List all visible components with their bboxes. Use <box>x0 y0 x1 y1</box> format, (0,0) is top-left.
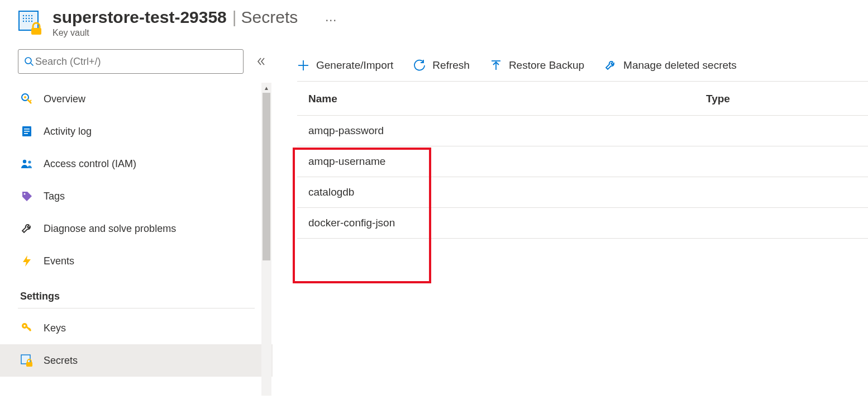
svg-point-10 <box>26 21 27 22</box>
sidebar-item-activity-log[interactable]: Activity log <box>18 115 259 148</box>
refresh-icon <box>413 59 426 72</box>
svg-point-11 <box>28 21 30 22</box>
svg-point-28 <box>23 325 26 327</box>
svg-point-26 <box>23 193 25 194</box>
secret-type <box>706 186 868 198</box>
secret-type <box>706 125 868 137</box>
key-solid-icon <box>20 321 34 335</box>
sidebar-item-label: Activity log <box>44 126 92 137</box>
tag-icon <box>20 189 34 203</box>
svg-line-19 <box>30 100 31 102</box>
sidebar-search-input[interactable] <box>34 55 237 68</box>
svg-rect-13 <box>31 28 41 35</box>
refresh-button[interactable]: Refresh <box>413 59 470 72</box>
svg-point-2 <box>26 15 27 16</box>
svg-rect-22 <box>24 131 30 132</box>
secrets-icon <box>20 354 34 367</box>
svg-line-15 <box>31 63 34 66</box>
sidebar-item-label: Events <box>44 255 74 267</box>
svg-point-6 <box>26 18 27 19</box>
sidebar-item-diagnose[interactable]: Diagnose and solve problems <box>18 212 259 245</box>
secrets-table: Name Type amqp-password amqp-username ca… <box>297 82 868 239</box>
svg-point-4 <box>31 15 32 16</box>
key-icon <box>20 92 34 106</box>
wrench-icon <box>604 59 617 72</box>
svg-point-14 <box>25 58 31 64</box>
table-header: Name Type <box>297 82 868 115</box>
svg-rect-21 <box>24 129 30 130</box>
resource-name: superstore-test-29358 <box>53 8 227 27</box>
sidebar: Overview Activity log Access control (IA… <box>0 49 273 377</box>
people-icon <box>20 157 34 170</box>
svg-rect-23 <box>24 133 28 134</box>
manage-deleted-secrets-button[interactable]: Manage deleted secrets <box>604 59 737 72</box>
title-divider: | <box>232 8 237 27</box>
secret-name: docker-config-json <box>308 217 706 229</box>
column-header-name[interactable]: Name <box>308 93 706 105</box>
column-header-type[interactable]: Type <box>706 93 868 105</box>
secret-name: amqp-password <box>308 125 706 137</box>
svg-rect-32 <box>26 362 32 367</box>
svg-rect-0 <box>19 11 38 30</box>
sidebar-item-label: Access control (IAM) <box>44 158 136 170</box>
scrollbar-thumb[interactable] <box>263 93 270 260</box>
search-icon <box>24 56 34 67</box>
sidebar-item-label: Overview <box>44 93 85 105</box>
table-row[interactable]: amqp-username <box>297 146 868 177</box>
svg-point-25 <box>28 160 31 163</box>
svg-point-24 <box>23 160 26 163</box>
sidebar-nav: Overview Activity log Access control (IA… <box>18 83 259 377</box>
sidebar-item-events[interactable]: Events <box>18 245 259 277</box>
main-panel: Generate/Import Refresh Restore Backup M… <box>273 49 868 377</box>
log-icon <box>20 125 34 138</box>
sidebar-item-label: Secrets <box>44 355 78 367</box>
toolbar-label: Manage deleted secrets <box>623 59 737 72</box>
toolbar-label: Refresh <box>432 59 470 72</box>
sidebar-scrollbar[interactable]: ▲ <box>261 83 271 396</box>
svg-point-7 <box>28 18 30 19</box>
sidebar-item-label: Diagnose and solve problems <box>44 223 176 235</box>
toolbar: Generate/Import Refresh Restore Backup M… <box>297 49 868 82</box>
svg-point-3 <box>28 15 30 16</box>
svg-point-12 <box>31 21 32 22</box>
more-actions-button[interactable]: … <box>325 10 338 25</box>
sidebar-item-label: Keys <box>44 322 66 334</box>
table-row[interactable]: amqp-password <box>297 115 868 146</box>
sidebar-item-overview[interactable]: Overview <box>18 83 259 115</box>
svg-point-5 <box>23 18 24 19</box>
toolbar-label: Restore Backup <box>509 59 584 72</box>
table-row[interactable]: docker-config-json <box>297 207 868 239</box>
sidebar-item-label: Tags <box>44 191 65 202</box>
toolbar-label: Generate/Import <box>316 59 393 72</box>
sidebar-item-secrets[interactable]: Secrets <box>0 344 273 377</box>
svg-point-17 <box>24 96 26 98</box>
secret-type <box>706 217 868 229</box>
generate-import-button[interactable]: Generate/Import <box>297 59 393 72</box>
sidebar-item-access-control[interactable]: Access control (IAM) <box>18 148 259 180</box>
collapse-sidebar-icon[interactable] <box>256 56 266 67</box>
lightning-icon <box>20 254 34 268</box>
blade-title: Secrets <box>241 8 298 27</box>
sidebar-item-tags[interactable]: Tags <box>18 180 259 212</box>
table-row[interactable]: catalogdb <box>297 177 868 207</box>
wrench-icon <box>20 222 34 235</box>
sidebar-section-settings: Settings <box>18 277 255 308</box>
svg-point-1 <box>23 15 24 16</box>
svg-point-8 <box>31 18 32 19</box>
secret-type <box>706 155 868 168</box>
sidebar-search[interactable] <box>18 49 244 74</box>
restore-icon <box>490 59 502 72</box>
restore-backup-button[interactable]: Restore Backup <box>490 59 584 72</box>
scrollbar-up-arrow-icon[interactable]: ▲ <box>261 83 271 93</box>
sidebar-item-keys[interactable]: Keys <box>18 312 259 344</box>
svg-point-9 <box>23 21 24 22</box>
resource-type-label: Key vault <box>53 28 338 38</box>
secret-name: amqp-username <box>308 155 706 168</box>
secret-name: catalogdb <box>308 186 706 198</box>
page-header: superstore-test-29358 | Secrets … Key va… <box>0 0 868 38</box>
keyvault-resource-icon <box>18 10 44 36</box>
plus-icon <box>297 59 309 72</box>
